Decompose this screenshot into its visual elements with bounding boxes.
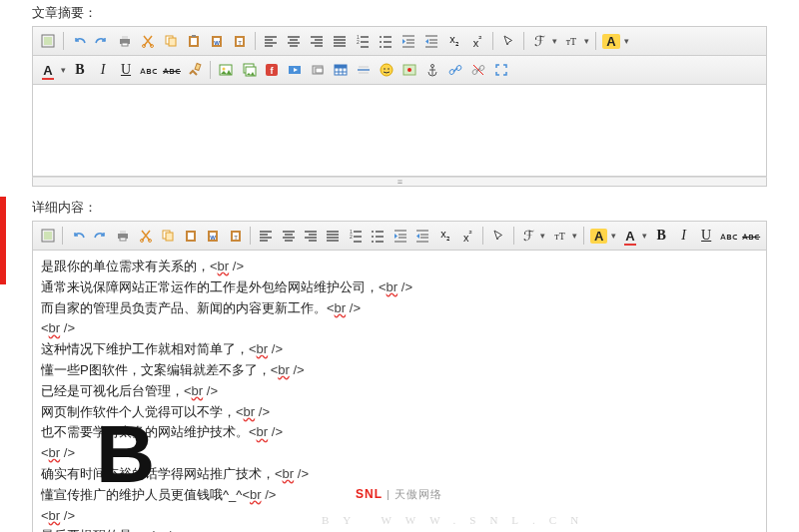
underline-icon[interactable]: U xyxy=(695,225,716,247)
align-center-icon[interactable] xyxy=(278,225,299,247)
paste-plain-icon[interactable]: T xyxy=(229,30,251,52)
svg-text:W: W xyxy=(214,40,220,46)
spellcheck-icon[interactable]: ᴀʙᴄ xyxy=(138,59,160,81)
hilite-icon[interactable]: A xyxy=(588,225,609,247)
subscript-icon[interactable]: x₂ xyxy=(443,30,465,52)
svg-point-64 xyxy=(372,231,374,233)
file-icon[interactable] xyxy=(307,59,329,81)
svg-text:T: T xyxy=(238,40,242,46)
forecolor-dropdown[interactable]: ▾ xyxy=(58,65,68,75)
list-ul-icon[interactable] xyxy=(368,225,389,247)
hilite-dropdown[interactable]: ▾ xyxy=(608,231,618,241)
svg-rect-10 xyxy=(191,38,197,45)
svg-rect-23 xyxy=(195,63,201,70)
strike-icon[interactable]: ᴀʙᴄ xyxy=(161,59,183,81)
removeformat-icon[interactable] xyxy=(184,59,206,81)
bold-icon[interactable]: B xyxy=(69,59,91,81)
align-right-icon[interactable] xyxy=(300,225,321,247)
paste-icon[interactable] xyxy=(180,225,201,247)
forecolor-dropdown[interactable]: ▾ xyxy=(640,231,650,241)
bold-icon[interactable]: B xyxy=(650,225,671,247)
fontsize-icon[interactable]: тT xyxy=(560,30,582,52)
paste-icon[interactable] xyxy=(183,30,205,52)
fontname-icon[interactable]: ℱ xyxy=(518,225,539,247)
redo-icon[interactable] xyxy=(90,225,111,247)
align-left-icon[interactable] xyxy=(255,225,276,247)
multiimage-icon[interactable] xyxy=(238,59,260,81)
detail-textarea[interactable]: 是跟你的单位需求有关系的，<br />通常来说保障网站正常运作的工作是外包给网站… xyxy=(32,251,767,532)
outdent-icon[interactable] xyxy=(412,225,433,247)
spellcheck-icon[interactable]: ᴀʙᴄ xyxy=(718,225,739,247)
list-ol-icon[interactable]: 12 xyxy=(352,30,374,52)
outdent-icon[interactable] xyxy=(420,30,442,52)
copy-icon[interactable] xyxy=(160,30,182,52)
copy-icon[interactable] xyxy=(157,225,178,247)
table-icon[interactable] xyxy=(330,59,352,81)
align-left-icon[interactable] xyxy=(260,30,282,52)
fontsize-icon[interactable]: тT xyxy=(549,225,570,247)
detail-label: 详细内容： xyxy=(0,195,799,221)
select-icon[interactable] xyxy=(487,225,508,247)
cut-icon[interactable] xyxy=(135,225,156,247)
fontname-dropdown[interactable]: ▾ xyxy=(549,36,559,46)
list-ul-icon[interactable] xyxy=(375,30,397,52)
link-icon[interactable] xyxy=(444,59,466,81)
superscript-icon[interactable]: x² xyxy=(466,30,488,52)
hilite-dropdown[interactable]: ▾ xyxy=(621,36,631,46)
cut-icon[interactable] xyxy=(137,30,159,52)
redo-icon[interactable] xyxy=(91,30,113,52)
hilite-icon[interactable]: A xyxy=(600,30,622,52)
content-line: 已经是可视化后台管理，<br /> xyxy=(41,381,758,402)
flash-icon[interactable]: f xyxy=(261,59,283,81)
align-justify-icon[interactable] xyxy=(323,225,344,247)
subscript-icon[interactable]: x₂ xyxy=(434,225,455,247)
content-line: 懂一些P图软件，文案编辑就差不多了，<br /> xyxy=(41,360,758,381)
fontname-icon[interactable]: ℱ xyxy=(528,30,550,52)
source-icon[interactable] xyxy=(37,30,59,52)
fullscreen-icon[interactable] xyxy=(490,59,512,81)
hr-icon[interactable] xyxy=(353,59,375,81)
indent-icon[interactable] xyxy=(398,30,419,52)
detail-editor: W T 12 x₂ x² ℱ▾ тT▾ A▾ A▾ B I U ᴀʙᴄ ᴀʙᴄ … xyxy=(32,221,767,532)
svg-point-21 xyxy=(380,41,382,43)
summary-textarea[interactable] xyxy=(32,85,767,177)
underline-icon[interactable]: U xyxy=(115,59,137,81)
undo-icon[interactable] xyxy=(67,225,88,247)
indent-icon[interactable] xyxy=(390,225,410,247)
forecolor-icon[interactable]: A xyxy=(37,59,59,81)
emoji-icon[interactable] xyxy=(376,59,398,81)
fontsize-dropdown[interactable]: ▾ xyxy=(569,231,579,241)
align-justify-icon[interactable] xyxy=(329,30,351,52)
fontname-dropdown[interactable]: ▾ xyxy=(538,231,548,241)
italic-icon[interactable]: I xyxy=(92,59,114,81)
svg-point-36 xyxy=(384,68,386,70)
strike-icon[interactable]: ᴀʙᴄ xyxy=(740,225,761,247)
list-ol-icon[interactable]: 12 xyxy=(345,225,366,247)
media-icon[interactable] xyxy=(284,59,306,81)
map-icon[interactable] xyxy=(399,59,420,81)
source-icon[interactable] xyxy=(37,225,58,247)
superscript-icon[interactable]: x² xyxy=(457,225,478,247)
svg-point-65 xyxy=(372,236,374,238)
paste-word-icon[interactable]: W xyxy=(202,225,223,247)
fontsize-dropdown[interactable]: ▾ xyxy=(581,36,591,46)
select-icon[interactable] xyxy=(497,30,519,52)
image-icon[interactable] xyxy=(215,59,237,81)
anchor-icon[interactable] xyxy=(421,59,443,81)
align-center-icon[interactable] xyxy=(283,30,305,52)
forecolor-icon[interactable]: A xyxy=(619,225,640,247)
undo-icon[interactable] xyxy=(68,30,90,52)
unlink-icon[interactable] xyxy=(467,59,489,81)
summary-resize-handle[interactable] xyxy=(32,177,767,187)
print-icon[interactable] xyxy=(112,225,133,247)
svg-rect-48 xyxy=(120,231,126,234)
paste-word-icon[interactable]: W xyxy=(206,30,228,52)
align-right-icon[interactable] xyxy=(306,30,328,52)
svg-rect-11 xyxy=(192,35,196,37)
italic-icon[interactable]: I xyxy=(673,225,694,247)
print-icon[interactable] xyxy=(114,30,136,52)
svg-rect-42 xyxy=(455,65,461,71)
paste-plain-icon[interactable]: T xyxy=(225,225,246,247)
summary-editor: W T 12 x₂ x² ℱ▾ тT▾ A▾ A▾ B I U ᴀʙᴄ ᴀʙᴄ … xyxy=(32,26,767,187)
svg-point-66 xyxy=(372,241,374,243)
